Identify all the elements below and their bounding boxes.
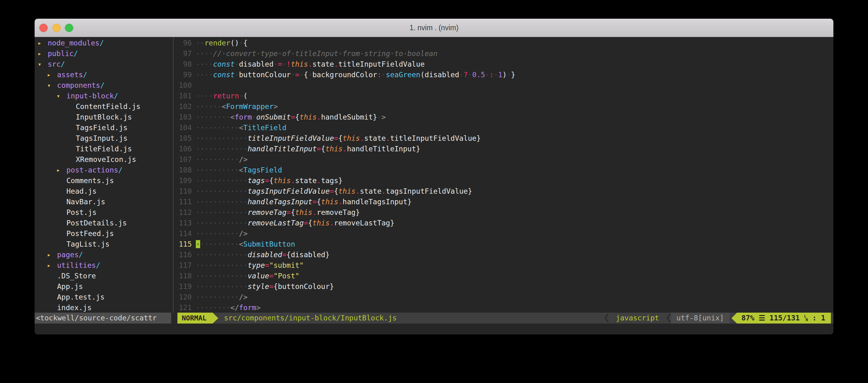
code-token: {buttonColour} bbox=[273, 282, 334, 290]
code-token: · bbox=[252, 113, 256, 121]
code-line-103[interactable]: 103········<form·onSubmit={this.handleSu… bbox=[174, 112, 833, 123]
code-token: removeTag bbox=[248, 208, 286, 216]
tree-item-postfeed-js[interactable]: PostFeed.js bbox=[35, 228, 173, 239]
code-token: = bbox=[330, 187, 334, 195]
tree-indent-spacer bbox=[66, 123, 76, 133]
tree-item-utilities[interactable]: ▸utilities/ bbox=[35, 260, 173, 271]
code-line-111[interactable]: 111············handleTagsInput={this.han… bbox=[174, 197, 833, 207]
code-token: state bbox=[364, 134, 386, 142]
statusline-gap bbox=[171, 313, 177, 323]
code-token: tagsInputFieldValue} bbox=[386, 187, 472, 195]
tree-item-node-modules[interactable]: ▸node_modules/ bbox=[35, 38, 173, 48]
code-line-113[interactable]: 113············removeLastTag={this.remov… bbox=[174, 218, 833, 228]
code-line-120[interactable]: 120··········/> bbox=[174, 292, 833, 302]
tree-item-index-js[interactable]: index.js bbox=[35, 302, 173, 313]
code-line-99[interactable]: 99····const·buttonColour·=·{·backgroundC… bbox=[174, 69, 833, 80]
editor-statusline: NORMAL src/components/input-block/InputB… bbox=[177, 313, 833, 323]
tree-item-taglist-js[interactable]: TagList.js bbox=[35, 239, 173, 249]
tree-item-tagsfield-js[interactable]: TagsField.js bbox=[35, 123, 173, 133]
code-line-101[interactable]: 101····return·( bbox=[174, 91, 833, 101]
code-token: ············ bbox=[196, 134, 248, 142]
line-number: 108 bbox=[174, 165, 192, 175]
code-token: tags} bbox=[321, 177, 343, 185]
tree-item-inputblock-js[interactable]: InputBlock.js bbox=[35, 112, 173, 123]
tree-item-postdetails-js[interactable]: PostDetails.js bbox=[35, 218, 173, 228]
tree-item-input-block[interactable]: ▾input-block/ bbox=[35, 91, 173, 101]
code-line-121[interactable]: 121········</form> bbox=[174, 302, 833, 313]
tree-indent-spacer bbox=[56, 228, 66, 239]
code-line-107[interactable]: 107··········/> bbox=[174, 154, 833, 165]
code-line-97[interactable]: 97····//·convert·type·of·titleInput·from… bbox=[174, 48, 833, 59]
code-line-104[interactable]: 104··········<TitleField bbox=[174, 123, 833, 133]
code-line-116[interactable]: 116············disabled={disabled} bbox=[174, 249, 833, 260]
tree-item--ds-store[interactable]: .DS_Store bbox=[35, 271, 173, 281]
tree-item-app-test-js[interactable]: App.test.js bbox=[35, 292, 173, 302]
chevron-right-icon: ▸ bbox=[47, 260, 57, 271]
code-token: = bbox=[278, 60, 282, 68]
code-token: . bbox=[334, 60, 338, 68]
code-token: this bbox=[343, 134, 360, 142]
code-token: ············ bbox=[196, 251, 248, 259]
code-line-108[interactable]: 108··········<TagsField bbox=[174, 165, 833, 175]
code-token: 0.5 bbox=[472, 71, 485, 79]
tree-item-components[interactable]: ▾components/ bbox=[35, 80, 173, 91]
code-token: titleInputFieldValue bbox=[248, 134, 334, 142]
tree-item-app-js[interactable]: App.js bbox=[35, 281, 173, 292]
code-line-119[interactable]: 119············style={buttonColour} bbox=[174, 281, 833, 292]
code-line-115[interactable]: 115··········<SubmitButton bbox=[174, 239, 833, 249]
code-token: = bbox=[269, 282, 273, 290]
tree-item-src[interactable]: ▾src/ bbox=[35, 59, 173, 69]
code-line-114[interactable]: 114··········/> bbox=[174, 228, 833, 239]
code-line-110[interactable]: 110············tagsInputFieldValue={this… bbox=[174, 186, 833, 197]
chevron-down-icon: ▾ bbox=[47, 80, 57, 91]
code-token: . bbox=[338, 198, 343, 206]
code-line-106[interactable]: 106············handleTitleInput={this.ha… bbox=[174, 144, 833, 154]
tree-item-public[interactable]: ▸public/ bbox=[35, 48, 173, 59]
code-token: > bbox=[256, 304, 261, 312]
code-line-96[interactable]: 96··render()·{ bbox=[174, 38, 833, 48]
code-token: . bbox=[291, 177, 295, 185]
code-line-117[interactable]: 117············type="submit" bbox=[174, 260, 833, 271]
code-token: ············ bbox=[196, 261, 248, 269]
code-token: . bbox=[308, 60, 312, 68]
line-number: 98 bbox=[174, 59, 192, 69]
code-token: < bbox=[239, 124, 243, 132]
title-bar[interactable]: 1. nvim . (nvim) bbox=[35, 19, 833, 37]
code-token: tagsInputFieldValue bbox=[248, 187, 330, 195]
code-token: · bbox=[308, 71, 312, 79]
code-line-102[interactable]: 102······<FormWrapper> bbox=[174, 101, 833, 112]
line-number: 120 bbox=[174, 292, 192, 302]
code-line-118[interactable]: 118············value="Post" bbox=[174, 271, 833, 281]
encoding-label: utf-8[unix] bbox=[671, 313, 730, 323]
tree-item-titlefield-js[interactable]: TitleField.js bbox=[35, 144, 173, 154]
code-token: handleTagsInput} bbox=[343, 198, 412, 206]
code-token: < bbox=[239, 240, 243, 248]
code-line-100[interactable]: 100 bbox=[174, 80, 833, 91]
tree-item-post-actions[interactable]: ▸post-actions/ bbox=[35, 165, 173, 175]
tree-item-xremoveicon-js[interactable]: XRemoveIcon.js bbox=[35, 154, 173, 165]
tree-item-assets[interactable]: ▸assets/ bbox=[35, 69, 173, 80]
code-line-109[interactable]: 109············tags={this.state.tags} bbox=[174, 175, 833, 186]
directory-slash: / bbox=[99, 38, 104, 48]
tree-item-comments-js[interactable]: Comments.js bbox=[35, 175, 173, 186]
code-line-105[interactable]: 105············titleInputFieldValue={thi… bbox=[174, 133, 833, 144]
tree-item-contentfield-js[interactable]: ContentField.js bbox=[35, 101, 173, 112]
code-token: ·········· bbox=[196, 155, 239, 164]
command-line[interactable] bbox=[35, 323, 833, 335]
tree-item-pages[interactable]: ▸pages/ bbox=[35, 249, 173, 260]
code-token: this bbox=[338, 187, 355, 195]
tree-item-tagsinput-js[interactable]: TagsInput.js bbox=[35, 133, 173, 144]
code-token: titleInputFieldValue bbox=[338, 60, 425, 68]
tree-indent-spacer bbox=[56, 175, 66, 186]
chevron-right-icon: ▸ bbox=[56, 165, 66, 175]
code-token: ·· bbox=[196, 39, 205, 47]
line-number: 97 bbox=[174, 48, 192, 59]
code-line-112[interactable]: 112············removeTag={this.removeTag… bbox=[174, 207, 833, 218]
tree-item-post-js[interactable]: Post.js bbox=[35, 207, 173, 218]
code-line-98[interactable]: 98····const·disabled·=·!this.state.title… bbox=[174, 59, 833, 69]
tree-item-navbar-js[interactable]: NavBar.js bbox=[35, 197, 173, 207]
code-token: · bbox=[377, 113, 382, 121]
tree-item-head-js[interactable]: Head.js bbox=[35, 186, 173, 197]
line-number: 102 bbox=[174, 101, 192, 112]
code-token: } bbox=[511, 71, 516, 79]
